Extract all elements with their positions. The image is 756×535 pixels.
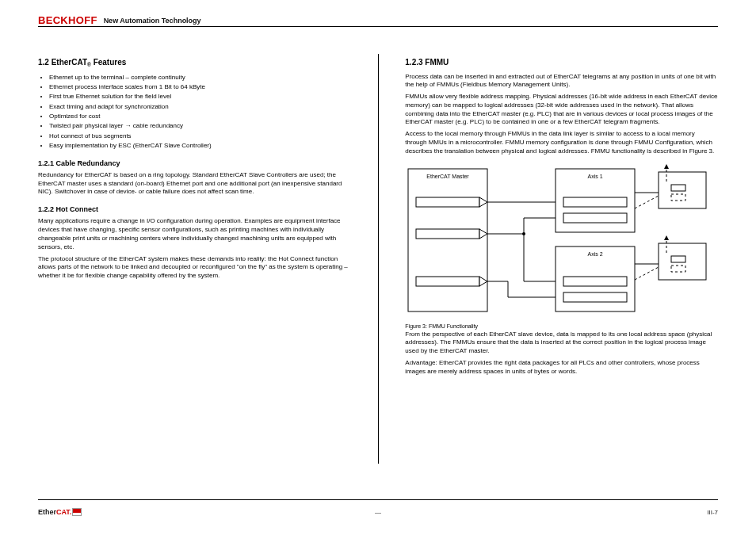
svg-rect-9 [563,213,627,223]
ethercat-logo: EtherCAT. [38,508,71,516]
svg-rect-1 [416,197,479,207]
svg-rect-12 [563,292,627,302]
header-rule [38,26,718,27]
svg-rect-15 [671,194,685,201]
section-title-redundancy: 1.2.1 Cable Redundancy [38,159,351,168]
page: BECKHOFF New Automation Technology 1.2 E… [0,0,756,535]
list-item: Twisted pair physical layer → cable redu… [49,122,351,131]
svg-line-34 [635,196,659,208]
left-column: 1.2 EtherCAT® Features Ethernet up to th… [38,36,351,491]
list-item: Ethernet process interface scales from 1… [49,83,351,92]
ethercat-flag-icon [73,509,81,515]
list-item: First true Ethernet solution for the fie… [49,93,351,101]
body-text: Access to the local memory through FMMUs… [405,130,718,155]
body-text: Redundancy for EtherCAT is based on a ri… [38,171,351,197]
svg-rect-5 [416,277,479,286]
body-text: Many applications require a change in I/… [38,217,351,251]
brand-tagline: New Automation Technology [104,17,201,25]
svg-rect-11 [563,277,627,286]
figure-caption: Figure 3: FMMU Functionality [405,323,478,330]
footer-center: — [375,509,381,516]
svg-rect-14 [671,185,685,191]
features-list: Ethernet up to the terminal – complete c… [49,74,351,151]
svg-rect-19 [671,256,685,262]
section-title-features: 1.2 EtherCAT® Features [38,57,351,69]
body-text: Process data can be inserted in and extr… [405,73,718,90]
diagram-label: Axis 2 [588,251,603,257]
footer: EtherCAT. — III-7 [38,508,718,516]
diagram-label: EtherCAT Master [427,174,470,179]
column-separator [378,54,379,464]
svg-marker-17 [664,164,669,169]
section-title-hotconnect: 1.2.2 Hot Connect [38,204,351,214]
list-item: Ethernet up to the terminal – complete c… [49,74,351,82]
list-item: Optimized for cost [49,113,351,121]
list-item: Hot connect of bus segments [49,132,351,141]
content-area: 1.2 EtherCAT® Features Ethernet up to th… [38,36,718,491]
svg-marker-22 [664,235,669,240]
fmmu-diagram: EtherCAT Master Axis 1 Axis 2 [405,161,722,319]
header: BECKHOFF New Automation Technology [38,14,718,26]
list-item: Easy implementation by ESC (EtherCAT Sla… [49,142,351,151]
list-item: Exact timing and adapt for synchronizati… [49,103,351,112]
brand-logo: BECKHOFF [38,14,97,26]
svg-rect-3 [416,229,479,239]
body-text: From the perspective of each EtherCAT sl… [405,331,718,356]
body-text: Advantage: EtherCAT provides the right d… [405,359,718,376]
svg-line-36 [635,267,659,280]
footer-rule [38,499,718,500]
svg-rect-8 [563,197,627,207]
figure-fmmu: EtherCAT Master Axis 1 Axis 2 [405,161,718,327]
right-column: 1.2.3 FMMU Process data can be inserted … [405,36,718,491]
svg-rect-20 [671,266,685,272]
body-text: FMMUs allow very flexible address mappin… [405,93,718,127]
diagram-label: Axis 1 [588,174,603,179]
section-title-fmmu: 1.2.3 FMMU [405,57,718,68]
svg-rect-0 [408,169,487,311]
page-number: III-7 [707,509,718,516]
body-text: The protocol structure of the EtherCAT s… [38,255,351,281]
